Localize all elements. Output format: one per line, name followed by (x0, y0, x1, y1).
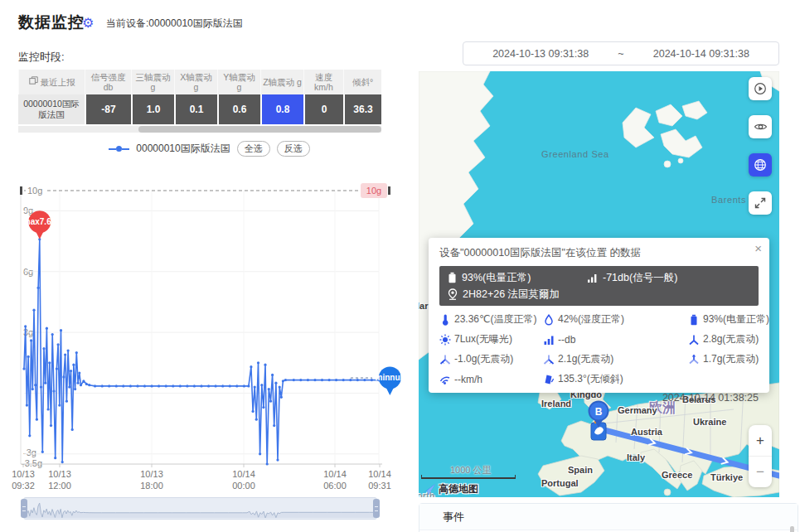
max-label: max7.6g (23, 217, 56, 226)
map-scale-bar (421, 475, 516, 479)
cell-3axis[interactable]: 1.0 (131, 94, 174, 124)
cell-speed[interactable]: 0 (303, 94, 343, 124)
sea-label-greenland: Greenland Sea (541, 149, 609, 159)
row-device-label[interactable]: 00000010国际版法国 (18, 94, 85, 124)
table-scrollbar[interactable] (18, 126, 381, 133)
col-last-report: 最近上报 (18, 70, 85, 94)
amap-plane-icon (422, 483, 436, 496)
datazoom-slider[interactable] (23, 497, 377, 520)
legend-line-marker[interactable] (109, 146, 129, 152)
x-tick-0: 10/1309:32 (2, 469, 44, 492)
events-scrollbar-thumb[interactable] (790, 526, 794, 532)
x-tick-5: 10/1409:31 (359, 469, 400, 492)
popup-stats-grid: 23.36℃(温度正常) 42%(湿度正常) 93%(电量正常) 7Lux(无曝… (439, 312, 759, 386)
stat-y-vibration: 2.1g(无震动) (543, 352, 688, 366)
zoom-out-button[interactable]: − (749, 456, 772, 487)
fullscreen-button[interactable] (749, 191, 772, 215)
thermometer-icon (439, 314, 451, 326)
country-label: Italy (627, 452, 645, 462)
col-z-axis: Z轴震动 g (260, 70, 303, 94)
playback-button[interactable] (749, 77, 772, 100)
stat-x-vibration: -1.0g(无震动) (439, 352, 543, 366)
x-tick-2: 10/1318:00 (131, 469, 172, 492)
country-label: Ukraine (693, 417, 726, 427)
col-3axis: 三轴震动 g (131, 70, 174, 94)
chart-legend: 00000010国际版法国 全选 反选 (0, 141, 419, 157)
country-label: Portugal (541, 478, 579, 488)
globe-icon (754, 158, 767, 172)
events-panel-title: 事件 (419, 504, 798, 530)
min-marker-balloon: minnull (376, 366, 405, 395)
tilt-icon (543, 374, 555, 385)
datazoom-handle-right[interactable] (373, 499, 380, 518)
cell-signal[interactable]: -87 (85, 94, 131, 124)
monitor-period-label: 监控时段: (18, 50, 65, 65)
country-label: Germany (618, 405, 657, 415)
visibility-button[interactable] (749, 115, 772, 138)
stat-tilt: 135.3°(无倾斜) (543, 372, 688, 386)
country-label: Spain (568, 465, 593, 475)
play-icon (754, 82, 767, 95)
vibration-line-chart[interactable]: 10g 10g max7.6g minnull (21, 186, 382, 468)
location-pin-icon (448, 288, 458, 300)
cell-y-axis[interactable]: 0.6 (217, 94, 260, 124)
page-title: 数据监控 (18, 12, 85, 33)
x-tick-1: 10/1312:00 (39, 469, 80, 492)
col-signal: 信号强度 db (85, 70, 131, 94)
col-speed: 速度 km/h (303, 70, 343, 94)
col-tilt: 倾斜° (343, 70, 381, 94)
legend-series-label[interactable]: 00000010国际版法国 (136, 142, 230, 156)
speed-icon (439, 374, 451, 385)
map-layer-button[interactable] (749, 153, 772, 177)
battery-icon (688, 314, 700, 326)
cell-x-axis[interactable]: 0.1 (174, 94, 217, 124)
humidity-icon (543, 314, 555, 326)
country-label: Austria (631, 427, 662, 437)
date-start[interactable]: 2024-10-13 09:31:38 (492, 48, 589, 60)
date-end[interactable]: 2024-10-14 09:31:38 (653, 48, 749, 60)
chart-gridlines (24, 191, 379, 464)
max-marker-balloon: max7.6g (23, 210, 56, 239)
close-icon[interactable]: × (754, 241, 762, 255)
popup-status-banner: 93%(电量正常) -71db(信号一般) 2H82+26 法国莫爾加 (439, 266, 759, 306)
clipped-label: lar (419, 301, 428, 311)
x-tick-3: 10/1400:00 (223, 469, 264, 492)
events-panel: 事件 (419, 503, 798, 532)
map-canvas[interactable]: B Greenland Sea Barents Sea 欧洲 Ireland K… (419, 71, 779, 497)
vibration-z-icon (688, 354, 700, 365)
light-icon (439, 334, 451, 346)
col-y-axis: Y轴震动 g (217, 70, 260, 94)
select-all-button[interactable]: 全选 (237, 141, 270, 157)
map-zoom-control: + − (749, 425, 772, 487)
zoom-in-button[interactable]: + (749, 425, 772, 456)
device-info-popup: × 设备"00000010国际版法国"在该位置 的数据 93%(电量正常) -7… (429, 238, 769, 393)
cell-tilt[interactable]: 36.3 (343, 94, 381, 124)
cell-z-axis-highlighted[interactable]: 0.8 (260, 94, 303, 124)
chart-axes (21, 191, 382, 467)
country-label: Türkiye (710, 472, 743, 482)
x-tick-4: 10/1406:00 (314, 469, 356, 492)
stat-signal: --db (543, 332, 688, 346)
table-scrollbar-thumb[interactable] (138, 126, 381, 133)
vibration-x-icon (439, 354, 451, 365)
popup-title: 设备"00000010国际版法国"在该位置 的数据 (439, 246, 759, 260)
limit-badge-label: 10g (366, 186, 381, 196)
stat-temperature: 23.36℃(温度正常) (439, 312, 543, 326)
country-label: Greece (662, 470, 692, 480)
table-row[interactable]: 00000010国际版法国 -87 1.0 0.1 0.6 0.8 0 36.3 (18, 94, 381, 124)
eye-icon (754, 120, 768, 133)
datazoom-handle-left[interactable] (21, 499, 27, 518)
datazoom-preview (24, 503, 376, 518)
popup-timestamp: 2024-10-14 01:38:25 (439, 392, 759, 404)
stat-speed: --km/h (439, 372, 543, 386)
date-separator: ~ (618, 48, 623, 60)
stat-3axis-vibration: 2.8g(无震动) (688, 332, 769, 346)
stat-light: 7Lux(无曝光) (439, 332, 543, 346)
sensor-table: 最近上报 信号强度 db 三轴震动 g X轴震动 g Y轴震动 g Z轴震动 g… (18, 70, 381, 133)
device-screen-icon (29, 76, 38, 87)
col-x-axis: X轴震动 g (174, 70, 217, 94)
gear-icon[interactable]: ⚙ (82, 15, 94, 31)
invert-select-button[interactable]: 反选 (277, 141, 310, 157)
date-range-picker[interactable]: 2024-10-13 09:31:38 ~ 2024-10-14 09:31:3… (463, 41, 779, 65)
device-address: 2H82+26 法国莫爾加 (463, 288, 560, 302)
